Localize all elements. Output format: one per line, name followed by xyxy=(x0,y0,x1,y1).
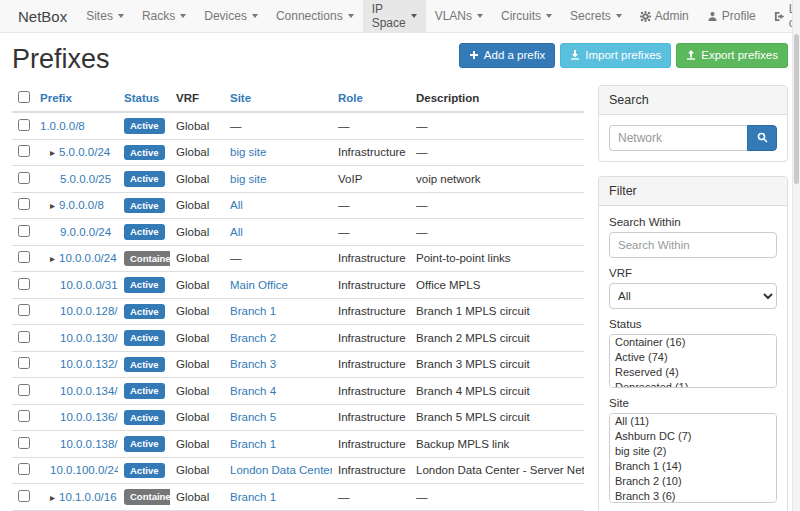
nav-item-label: Profile xyxy=(722,9,756,23)
column-sort-link[interactable]: Role xyxy=(338,92,363,104)
table-row: ▸10.1.0.0/16ContainerGlobalBranch 1—— xyxy=(12,484,584,511)
nav-item-profile[interactable]: Profile xyxy=(698,0,765,32)
column-sort-link[interactable]: Prefix xyxy=(40,92,72,104)
site-link[interactable]: Branch 1 xyxy=(230,438,276,450)
prefix-link[interactable]: 10.1.0.0/16 xyxy=(59,491,117,503)
prefix-link[interactable]: 9.0.0.0/8 xyxy=(59,199,104,211)
filter-field-vrf: VRFAll xyxy=(609,267,777,309)
status-cell: Active xyxy=(118,139,170,166)
prefix-link[interactable]: 5.0.0.0/24 xyxy=(59,146,110,158)
site-link[interactable]: All xyxy=(230,199,243,211)
row-checkbox[interactable] xyxy=(18,331,30,343)
site-link[interactable]: Branch 1 xyxy=(230,491,276,503)
nav-item-sites[interactable]: Sites xyxy=(77,0,133,32)
column-header-status: Status xyxy=(118,85,170,112)
prefix-link[interactable]: 10.0.0.136/31 xyxy=(60,411,118,423)
prefix-link[interactable]: 10.0.0.0/24 xyxy=(59,252,117,264)
row-checkbox[interactable] xyxy=(18,225,30,237)
nav-item-racks[interactable]: Racks xyxy=(133,0,195,32)
row-checkbox[interactable] xyxy=(18,357,30,369)
chevron-down-icon xyxy=(348,14,354,18)
status-badge: Active xyxy=(124,410,165,426)
row-checkbox[interactable] xyxy=(18,198,30,210)
listbox-option[interactable]: Active (74) xyxy=(610,350,776,365)
row-checkbox[interactable] xyxy=(18,304,30,316)
listbox-option[interactable]: Branch 2 (10) xyxy=(610,474,776,489)
nav-item-ip-space[interactable]: IP Space xyxy=(363,0,426,32)
app-brand[interactable]: NetBox xyxy=(8,0,77,32)
status-cell: Active xyxy=(118,272,170,299)
page-scrollbar[interactable] xyxy=(792,0,800,511)
nav-item-devices[interactable]: Devices xyxy=(195,0,267,32)
export-prefixes-button[interactable]: Export prefixes xyxy=(676,43,788,68)
filter-listbox-status[interactable]: Container (16)Active (74)Reserved (4)Dep… xyxy=(609,334,777,388)
filter-select-vrf[interactable]: All xyxy=(609,283,777,309)
prefix-link[interactable]: 9.0.0.0/24 xyxy=(60,226,111,238)
role-cell: Infrastructure xyxy=(332,139,410,166)
listbox-option[interactable]: Container (16) xyxy=(610,335,776,350)
select-all-checkbox[interactable] xyxy=(18,91,30,103)
status-badge: Active xyxy=(124,171,165,187)
site-link[interactable]: All xyxy=(230,226,243,238)
listbox-option[interactable]: Ashburn DC (7) xyxy=(610,429,776,444)
prefix-link[interactable]: 1.0.0.0/8 xyxy=(40,120,85,132)
row-checkbox[interactable] xyxy=(18,145,30,157)
plus-icon xyxy=(469,50,479,60)
listbox-option[interactable]: Branch 1 (14) xyxy=(610,459,776,474)
row-checkbox[interactable] xyxy=(18,278,30,290)
search-button[interactable] xyxy=(747,125,777,151)
import-prefixes-button[interactable]: Import prefixes xyxy=(560,43,671,68)
site-link[interactable]: Branch 4 xyxy=(230,385,276,397)
nav-item-circuits[interactable]: Circuits xyxy=(492,0,561,32)
listbox-option[interactable]: Reserved (4) xyxy=(610,365,776,380)
prefix-link[interactable]: 5.0.0.0/25 xyxy=(60,173,111,185)
table-row: 10.0.0.128/31ActiveGlobalBranch 1Infrast… xyxy=(12,298,584,325)
add-a-prefix-button[interactable]: Add a prefix xyxy=(459,43,555,68)
site-link[interactable]: Branch 1 xyxy=(230,305,276,317)
site-link[interactable]: Branch 3 xyxy=(230,358,276,370)
row-checkbox[interactable] xyxy=(18,119,30,131)
site-link[interactable]: big site xyxy=(230,173,266,185)
search-input[interactable] xyxy=(609,125,747,151)
prefix-link[interactable]: 10.0.0.0/31 xyxy=(60,279,118,291)
nav-item-vlans[interactable]: VLANs xyxy=(426,0,492,32)
table-header-row: PrefixStatusVRFSiteRoleDescription xyxy=(12,85,584,112)
row-checkbox[interactable] xyxy=(18,384,30,396)
description-cell: Branch 4 MPLS circuit xyxy=(410,378,584,405)
prefix-link[interactable]: 10.0.0.134/31 xyxy=(60,385,118,397)
row-checkbox[interactable] xyxy=(18,463,30,475)
prefix-cell: ▸5.0.0.0/24 xyxy=(34,139,118,166)
filter-input-search-within[interactable] xyxy=(609,232,777,258)
prefix-link[interactable]: 10.0.100.0/24 xyxy=(50,464,118,476)
site-cell: Branch 2 xyxy=(224,325,332,352)
listbox-option[interactable]: big site (2) xyxy=(610,444,776,459)
row-checkbox[interactable] xyxy=(18,172,30,184)
row-select-cell xyxy=(12,272,34,299)
prefix-link[interactable]: 10.0.0.132/31 xyxy=(60,358,118,370)
search-panel: Search xyxy=(598,85,788,162)
row-checkbox[interactable] xyxy=(18,410,30,422)
prefix-link[interactable]: 10.0.0.130/31 xyxy=(60,332,118,344)
site-link[interactable]: Branch 2 xyxy=(230,332,276,344)
site-link[interactable]: Branch 5 xyxy=(230,411,276,423)
column-sort-link[interactable]: Status xyxy=(124,92,159,104)
listbox-option[interactable]: Branch 3 (6) xyxy=(610,489,776,503)
site-link[interactable]: London Data Center xyxy=(230,464,332,476)
site-link[interactable]: big site xyxy=(230,146,266,158)
status-cell: Active xyxy=(118,219,170,246)
prefix-cell: 10.0.0.134/31 xyxy=(34,378,118,405)
nav-item-admin[interactable]: Admin xyxy=(631,0,698,32)
prefix-link[interactable]: 10.0.0.138/31 xyxy=(60,438,118,450)
site-link[interactable]: Main Office xyxy=(230,279,288,291)
scrollbar-thumb[interactable] xyxy=(794,34,799,184)
column-sort-link[interactable]: Site xyxy=(230,92,251,104)
nav-item-connections[interactable]: Connections xyxy=(267,0,363,32)
row-checkbox[interactable] xyxy=(18,437,30,449)
row-checkbox[interactable] xyxy=(18,490,30,502)
prefix-link[interactable]: 10.0.0.128/31 xyxy=(60,305,118,317)
nav-item-secrets[interactable]: Secrets xyxy=(561,0,631,32)
listbox-option[interactable]: All (11) xyxy=(610,414,776,429)
row-checkbox[interactable] xyxy=(18,251,30,263)
filter-listbox-site[interactable]: All (11)Ashburn DC (7)big site (2)Branch… xyxy=(609,413,777,503)
listbox-option[interactable]: Deprecated (1) xyxy=(610,380,776,388)
